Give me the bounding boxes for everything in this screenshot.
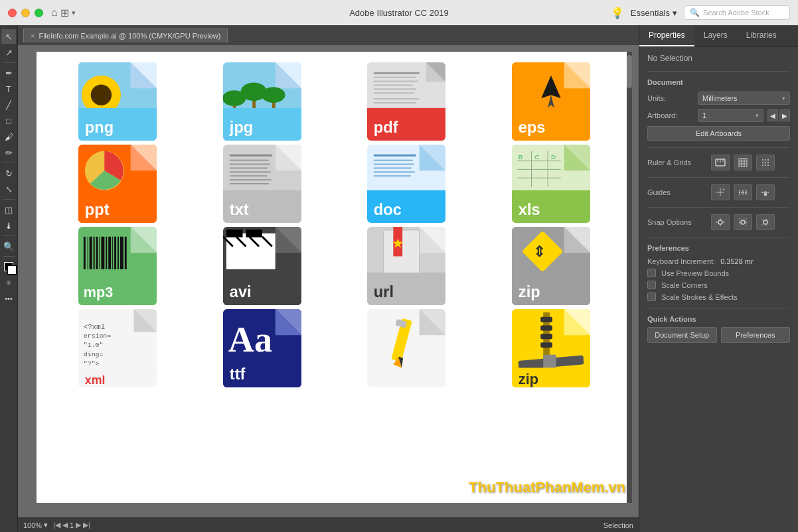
svg-rect-105 [101, 237, 104, 269]
lightbulb-icon[interactable]: 💡 [611, 7, 624, 19]
tool-separator-1 [3, 62, 15, 63]
direct-selection-tool[interactable]: ↗ [1, 45, 16, 60]
grid-icon[interactable] [734, 155, 752, 170]
snap-options-row: Snap Options [647, 214, 790, 230]
pencil-tool[interactable]: ✏ [1, 145, 16, 160]
artboard-tool[interactable]: ⊕ [1, 275, 16, 290]
units-row: Units: Millimeters ▾ [647, 92, 790, 105]
svg-rect-78 [374, 175, 411, 176]
svg-point-204 [767, 165, 769, 166]
layout-dropdown-icon[interactable]: ▾ [72, 9, 76, 17]
file-icons-grid: png [37, 52, 632, 398]
ruler-icon[interactable] [711, 155, 730, 170]
svg-rect-179 [540, 317, 552, 322]
artboard-prev-btn[interactable]: ◀ [767, 109, 778, 121]
zoom-dropdown-icon[interactable]: ▾ [44, 521, 48, 529]
vertical-scrollbar[interactable] [627, 52, 632, 503]
svg-rect-63 [229, 171, 270, 172]
xls-icon: B C D xls [512, 145, 590, 223]
svg-rect-75 [374, 164, 414, 165]
svg-text:+: + [722, 188, 725, 192]
canvas-container[interactable]: png [18, 45, 639, 517]
close-button[interactable] [8, 9, 17, 17]
scale-corners-checkbox[interactable] [647, 281, 656, 289]
tool-separator-3 [3, 199, 15, 200]
minimize-button[interactable] [21, 9, 30, 17]
preferences-button[interactable]: Preferences [721, 327, 791, 343]
svg-rect-107 [108, 237, 111, 269]
svg-text:ppt: ppt [85, 201, 110, 218]
nav-next-icon[interactable]: ▶ [76, 521, 81, 529]
nav-prev-icon[interactable]: ◀ [62, 521, 68, 529]
keyboard-increment-value: 0.3528 mr [720, 257, 754, 265]
doc-tab[interactable]: × FileInfo.com Example.ai @ 100% (CMYK/G… [23, 29, 228, 42]
fill-color[interactable] [1, 259, 16, 274]
line-tool[interactable]: ╱ [1, 98, 16, 112]
eyedropper-tool[interactable]: 🌡 [1, 218, 16, 233]
svg-rect-106 [106, 237, 107, 269]
svg-text:zip: zip [519, 283, 540, 300]
rect-tool[interactable]: □ [1, 113, 16, 128]
essentials-button[interactable]: Essentials ▾ [631, 8, 677, 18]
guide-settings-icon[interactable] [734, 184, 752, 200]
snap-point-icon[interactable] [711, 214, 730, 230]
snap-grid-icon[interactable] [734, 214, 752, 230]
snap-pixel-icon[interactable] [756, 214, 775, 230]
stock-search[interactable]: 🔍 Search Adobe Stock [684, 5, 790, 20]
preferences-section: Preferences Keyboard Increment: 0.3528 m… [647, 244, 790, 301]
scale-strokes-checkbox[interactable] [647, 293, 656, 301]
dot-grid-icon[interactable] [756, 155, 775, 170]
list-item: B C D xls [481, 145, 621, 223]
svg-rect-62 [229, 167, 267, 168]
maximize-button[interactable] [35, 9, 43, 17]
tab-properties[interactable]: Properties [639, 25, 694, 46]
main-layout: ↖ ↗ ✒ T ╱ □ 🖌 ✏ ↻ ⤡ ◫ 🌡 🔍 ⊕ ••• × FileIn [0, 25, 798, 532]
svg-point-203 [765, 165, 766, 166]
url-icon: url [367, 227, 445, 305]
traffic-lights [8, 9, 43, 17]
type-tool[interactable]: T [1, 82, 16, 96]
divider-1 [647, 71, 790, 72]
pen-tool[interactable]: ✒ [1, 66, 16, 80]
use-preview-bounds-checkbox[interactable] [647, 269, 656, 277]
svg-rect-26 [374, 77, 416, 78]
svg-text:mp3: mp3 [84, 284, 113, 300]
scale-tool[interactable]: ⤡ [1, 182, 16, 196]
svg-rect-213 [764, 193, 767, 196]
scrollbar-thumb[interactable] [627, 55, 632, 88]
zoom-control[interactable]: 100% ▾ [23, 521, 48, 529]
svg-rect-77 [374, 171, 415, 172]
lock-guides-icon[interactable] [756, 184, 775, 200]
close-tab[interactable]: × [31, 32, 35, 40]
svg-rect-65 [229, 179, 271, 180]
tab-layers[interactable]: Layers [694, 25, 737, 46]
more-tools[interactable]: ••• [1, 291, 16, 306]
jpg-icon: jpg [223, 62, 301, 141]
units-select-arrow: ▾ [782, 95, 785, 101]
artboard-next-btn[interactable]: ▶ [779, 109, 790, 121]
home-icon[interactable]: ⌂ [51, 7, 58, 19]
right-panel: Properties Layers Libraries No Selection… [639, 25, 798, 532]
tab-libraries[interactable]: Libraries [737, 25, 786, 46]
units-select[interactable]: Millimeters ▾ [698, 92, 790, 105]
svg-point-197 [765, 159, 766, 161]
edit-artboards-button[interactable]: Edit Artboards [647, 126, 790, 141]
svg-text:txt: txt [229, 201, 248, 218]
svg-text:B: B [519, 153, 523, 161]
nav-first-icon[interactable]: |◀ [53, 521, 60, 529]
artboard-nav-buttons: ◀ ▶ [767, 109, 790, 121]
gradient-tool[interactable]: ◫ [1, 202, 16, 217]
ruler-grids-row: Ruler & Grids [647, 155, 790, 170]
list-item: zip [481, 309, 621, 387]
panel-content: No Selection Document Units: Millimeters… [639, 47, 798, 532]
zoom-tool[interactable]: 🔍 [1, 239, 16, 253]
layout-icon[interactable]: ⊞ [60, 7, 69, 19]
artboard-select[interactable]: 1 ▾ [698, 109, 763, 122]
selection-tool[interactable]: ↖ [1, 29, 16, 44]
add-guide-icon[interactable]: + [711, 184, 730, 200]
rotate-tool[interactable]: ↻ [1, 166, 16, 180]
paintbrush-tool[interactable]: 🖌 [1, 129, 16, 144]
nav-last-icon[interactable]: ▶| [83, 521, 90, 529]
svg-rect-32 [374, 102, 416, 103]
document-setup-button[interactable]: Document Setup [647, 327, 717, 343]
